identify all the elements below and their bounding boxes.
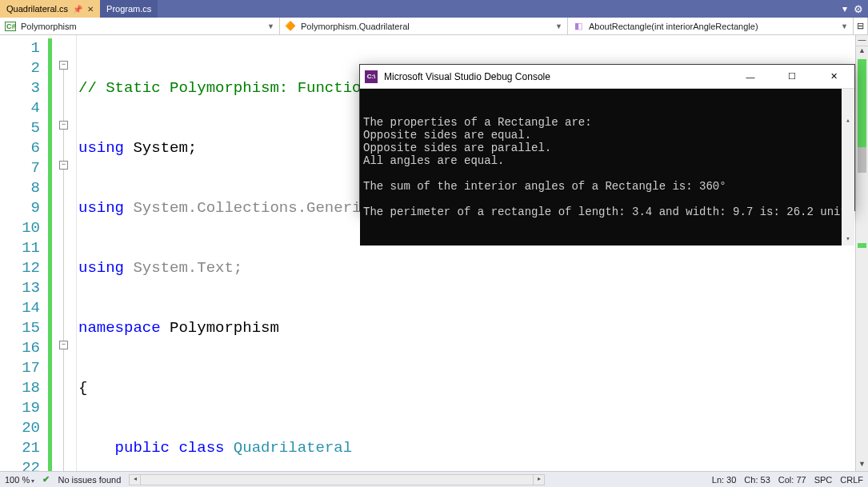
collapse-toggle[interactable]: − <box>59 161 68 170</box>
type-name: Quadrilateral <box>234 439 352 457</box>
tab-strip-tools: ▾ ⚙ <box>842 0 868 18</box>
collapse-toggle[interactable]: − <box>59 121 68 130</box>
ns: System.Text <box>133 259 233 277</box>
indent-mode[interactable]: SPC <box>814 475 833 485</box>
scroll-down-icon[interactable]: ▼ <box>856 460 868 471</box>
console-line: Opposite sides are parallel. <box>363 142 851 154</box>
chevron-down-icon: ▼ <box>841 22 848 30</box>
line-number: 6 <box>0 138 40 158</box>
ns-name: Polymorphism <box>170 319 279 337</box>
file-tab-active[interactable]: Quadrilateral.cs 📌 ✕ <box>0 0 100 18</box>
issues-label[interactable]: No issues found <box>58 475 121 485</box>
class-icon: 🔶 <box>285 21 296 31</box>
minimize-button[interactable]: — <box>733 65 768 89</box>
status-bar: 100 % ✔ No issues found ◂ ▸ Ln: 30 Ch: 5… <box>0 471 868 487</box>
line-number: 10 <box>0 218 40 238</box>
gear-icon[interactable]: ⚙ <box>854 3 863 15</box>
kw: using <box>78 259 124 277</box>
line-number: 17 <box>0 358 40 378</box>
check-icon: ✔ <box>42 474 50 485</box>
file-tab-label: Program.cs <box>106 4 151 14</box>
vs-icon: C:\ <box>365 70 378 83</box>
kw: using <box>78 139 124 157</box>
scroll-right-icon[interactable]: ▸ <box>533 475 544 485</box>
line-ending[interactable]: CRLF <box>840 475 863 485</box>
scroll-left-icon[interactable]: ◂ <box>130 475 141 485</box>
line-number: 1 <box>0 38 40 58</box>
debug-console-window[interactable]: C:\ Microsoft Visual Studio Debug Consol… <box>359 64 855 211</box>
chevron-down-icon: ▼ <box>555 22 562 30</box>
project-dropdown[interactable]: C# Polymorphism ▼ <box>0 18 280 34</box>
close-button[interactable]: ✕ <box>816 65 851 89</box>
line-number: 18 <box>0 378 40 398</box>
console-title: Microsoft Visual Studio Debug Console <box>384 71 550 82</box>
line-number: 14 <box>0 298 40 318</box>
zoom-dropdown[interactable]: 100 % <box>5 475 34 485</box>
line-number: 8 <box>0 178 40 198</box>
vertical-scrollbar[interactable]: — ▲ ▼ <box>855 35 868 471</box>
caret-char[interactable]: Ch: 53 <box>744 475 770 485</box>
file-tab-inactive[interactable]: Program.cs <box>100 0 158 18</box>
line-number: 3 <box>0 78 40 98</box>
kw: using <box>78 199 124 217</box>
line-number: 20 <box>0 418 40 438</box>
semi: ; <box>234 259 242 277</box>
file-tab-label: Quadrilateral.cs <box>6 4 68 14</box>
method-icon: ◧ <box>573 21 584 31</box>
split-button[interactable]: ⊟ <box>854 18 868 34</box>
console-scrollbar[interactable]: ▴ ▾ <box>842 89 854 245</box>
console-title-bar[interactable]: C:\ Microsoft Visual Studio Debug Consol… <box>360 65 854 89</box>
ns: System.Collections.Generic <box>133 199 370 217</box>
caret-col[interactable]: Col: 77 <box>778 475 806 485</box>
console-line: Opposite sides are equal. <box>363 129 851 142</box>
line-number: 7 <box>0 158 40 178</box>
scroll-down-icon[interactable]: ▾ <box>842 233 854 245</box>
console-line: The perimeter of a rectangle of length: … <box>363 206 851 218</box>
line-number: 11 <box>0 238 40 258</box>
chevron-down-icon[interactable]: ▾ <box>842 3 847 14</box>
brace: { <box>78 379 87 397</box>
line-number: 4 <box>0 98 40 118</box>
console-line: The properties of a Rectangle are: <box>363 116 851 129</box>
console-output[interactable]: The properties of a Rectangle are:Opposi… <box>360 89 854 245</box>
file-tab-strip: Quadrilateral.cs 📌 ✕ Program.cs ▾ ⚙ <box>0 0 868 18</box>
collapse-toggle[interactable]: − <box>59 341 68 349</box>
console-line <box>363 167 851 180</box>
split-handle[interactable]: — <box>856 35 868 46</box>
console-line <box>363 193 851 206</box>
maximize-button[interactable]: ☐ <box>774 65 810 89</box>
line-number: 9 <box>0 198 40 218</box>
member-dropdown[interactable]: ◧ AboutRectangle(int interiorAngleRectan… <box>568 18 854 34</box>
type-name: Polymorphism.Quadrilateral <box>301 22 410 31</box>
kw: class <box>178 439 224 457</box>
kw: namespace <box>78 319 161 337</box>
ns: System <box>133 139 187 157</box>
split-icon: ⊟ <box>857 21 864 31</box>
line-number: 19 <box>0 398 40 418</box>
line-number: 16 <box>0 338 40 358</box>
line-number: 21 <box>0 438 40 458</box>
line-number: 13 <box>0 278 40 298</box>
line-number: 15 <box>0 318 40 338</box>
overview-mark <box>858 243 866 248</box>
console-line: The sum of the interior angles of a Rect… <box>363 180 851 193</box>
csharp-project-icon: C# <box>5 22 16 31</box>
caret-line[interactable]: Ln: 30 <box>712 475 737 485</box>
semi: ; <box>188 139 197 157</box>
navigation-bar: C# Polymorphism ▼ 🔶 Polymorphism.Quadril… <box>0 18 868 35</box>
kw: public <box>115 439 170 457</box>
type-dropdown[interactable]: 🔶 Polymorphism.Quadrilateral ▼ <box>280 18 568 34</box>
collapse-toggle[interactable]: − <box>59 61 68 70</box>
horizontal-scrollbar[interactable]: ◂ ▸ <box>129 474 545 485</box>
scroll-up-icon[interactable]: ▲ <box>856 46 868 58</box>
chevron-down-icon: ▼ <box>267 22 274 30</box>
line-number: 2 <box>0 58 40 78</box>
close-icon[interactable]: ✕ <box>87 5 94 14</box>
line-number-gutter: 12345678910111213141516171819202122 <box>0 35 48 471</box>
scroll-up-icon[interactable]: ▴ <box>842 114 854 127</box>
member-name: AboutRectangle(int interiorAngleRectangl… <box>589 22 758 31</box>
pin-icon[interactable]: 📌 <box>73 5 82 14</box>
change-bar <box>48 38 52 471</box>
project-name: Polymorphism <box>21 22 77 31</box>
line-number: 5 <box>0 118 40 138</box>
